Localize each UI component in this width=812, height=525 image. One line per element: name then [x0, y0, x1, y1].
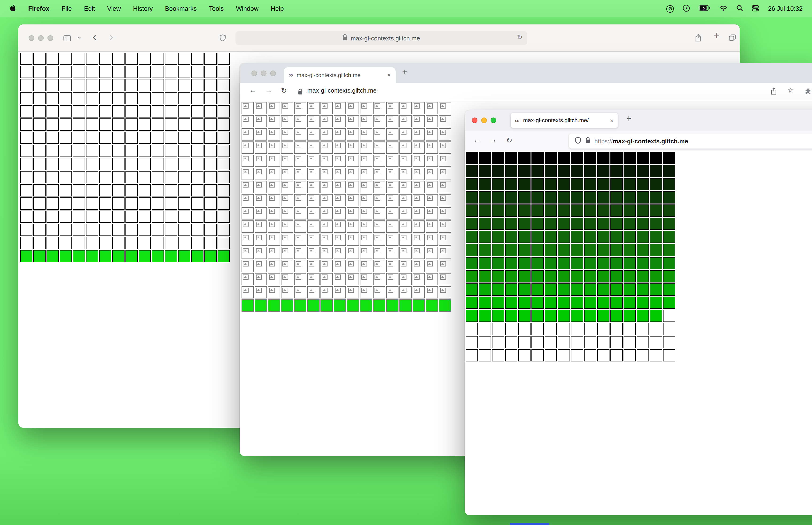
new-tab-button[interactable]: + [626, 114, 631, 124]
zoom-window-button[interactable] [491, 118, 496, 123]
share-icon[interactable] [695, 34, 702, 44]
grid-cell [492, 336, 504, 348]
grid-cell [545, 191, 557, 204]
grid-cell [584, 152, 596, 164]
grid-cell [139, 132, 151, 144]
grid-cell [334, 273, 346, 285]
control-center-icon[interactable] [752, 4, 759, 13]
grid-cell [479, 152, 491, 164]
grid-cell [281, 221, 293, 232]
media-play-icon[interactable] [683, 4, 690, 13]
forward-icon[interactable]: › [109, 30, 113, 43]
grid-cell [426, 155, 438, 167]
extensions-puzzle-icon[interactable] [805, 88, 812, 97]
menu-item-file[interactable]: File [62, 5, 72, 12]
grid-cell [294, 234, 306, 246]
close-tab-icon[interactable]: × [387, 72, 391, 78]
menu-item-bookmarks[interactable]: Bookmarks [165, 5, 197, 12]
battery-charging-icon[interactable] [699, 5, 711, 12]
grid-cell [466, 231, 478, 243]
share-icon[interactable] [771, 87, 777, 97]
grid-cell [218, 158, 230, 170]
grid-cell [545, 217, 557, 230]
grid-cell [584, 244, 596, 256]
tab-overview-icon[interactable] [729, 34, 736, 43]
menu-app-name[interactable]: Firefox [28, 5, 49, 12]
grid-cell [242, 234, 254, 246]
grid-cell [373, 168, 385, 180]
grid-cell [558, 191, 570, 204]
lock-icon[interactable] [298, 88, 303, 97]
zoom-window-button[interactable] [47, 35, 53, 41]
lock-icon [343, 34, 348, 42]
chrome-active-tab[interactable]: ∞ max-gl-contexts.glitch.me × [284, 67, 396, 83]
menu-item-tools[interactable]: Tools [209, 5, 224, 12]
grid-cell [518, 205, 531, 217]
grid-cell [20, 237, 32, 249]
lock-icon[interactable] [585, 137, 590, 145]
menu-item-view[interactable]: View [107, 5, 121, 12]
grid-cell [413, 141, 425, 154]
menu-item-history[interactable]: History [133, 5, 153, 12]
firefox-url-bar[interactable]: https://max-gl-contexts.glitch.me [569, 134, 812, 149]
grid-cell [321, 155, 333, 167]
reload-icon[interactable]: ↻ [281, 87, 287, 95]
grid-cell [178, 250, 190, 262]
grid-cell [650, 349, 662, 361]
grid-cell [99, 132, 111, 144]
back-icon[interactable]: ← [473, 135, 481, 145]
grid-cell [20, 145, 32, 157]
close-window-button[interactable] [29, 35, 34, 41]
menu-item-help[interactable]: Help [271, 5, 284, 12]
reload-icon[interactable]: ↻ [506, 136, 512, 145]
grid-cell [20, 132, 32, 144]
close-tab-icon[interactable]: × [610, 117, 614, 124]
grid-cell [60, 66, 72, 78]
menu-item-edit[interactable]: Edit [84, 5, 95, 12]
tracking-shield-icon[interactable] [575, 137, 581, 145]
grid-cell [584, 205, 596, 217]
reload-icon[interactable]: ↻ [517, 33, 523, 41]
sidebar-icon[interactable] [63, 35, 71, 43]
back-icon[interactable]: ‹ [93, 30, 96, 43]
grid-cell [294, 247, 306, 259]
menu-item-window[interactable]: Window [236, 5, 258, 12]
grid-cell [610, 205, 623, 217]
forward-icon[interactable]: → [265, 86, 273, 94]
close-window-button[interactable] [251, 71, 257, 76]
grid-cell [99, 158, 111, 170]
firefox-active-tab[interactable]: ∞ max-gl-contexts.glitch.me/ × [511, 113, 618, 128]
new-tab-icon[interactable]: + [714, 31, 719, 41]
close-window-button[interactable] [472, 118, 477, 123]
grid-cell [347, 141, 359, 154]
grid-cell [610, 152, 623, 164]
grid-cell [294, 299, 306, 312]
grid-cell [624, 217, 636, 230]
grid-cell [20, 52, 32, 65]
safari-url-bar[interactable]: max-gl-contexts.glitch.me ↻ [235, 31, 527, 45]
grid-cell [439, 299, 451, 312]
menubar-clock[interactable]: 26 Jul 10:32 [768, 5, 802, 12]
back-icon[interactable]: ← [249, 86, 257, 94]
grammarly-icon[interactable]: G [667, 5, 674, 13]
grid-cell [165, 66, 177, 78]
chevron-down-icon[interactable]: ⌄ [77, 33, 82, 40]
minimize-window-button[interactable] [481, 118, 487, 123]
shield-icon[interactable] [219, 34, 226, 43]
grid-cell [650, 270, 662, 283]
grid-cell [571, 297, 583, 309]
spotlight-search-icon[interactable] [737, 5, 743, 13]
wifi-icon[interactable] [720, 5, 727, 13]
grid-cell [321, 194, 333, 206]
grid-cell [532, 270, 544, 283]
minimize-window-button[interactable] [261, 71, 266, 76]
grid-cell [242, 260, 254, 272]
bookmark-star-icon[interactable]: ☆ [787, 86, 794, 94]
zoom-window-button[interactable] [270, 71, 276, 76]
chrome-url-text[interactable]: max-gl-contexts.glitch.me [307, 87, 377, 94]
grid-cell [307, 181, 320, 193]
forward-icon[interactable]: → [489, 135, 497, 145]
apple-menu-icon[interactable] [10, 4, 16, 13]
new-tab-button[interactable]: + [402, 67, 407, 77]
minimize-window-button[interactable] [38, 35, 44, 41]
